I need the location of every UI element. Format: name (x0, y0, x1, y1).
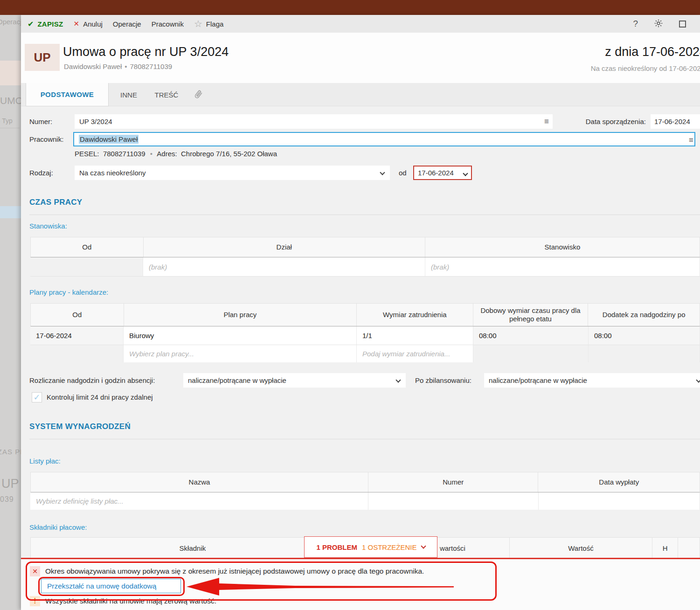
od-date-value: 17-06-2024 (418, 169, 454, 177)
dialog-toolbar: ✔ ZAPISZ ✕ Anuluj Operacje Pracownik ☆ F… (21, 15, 700, 33)
placeholder-brak: (brak) (149, 263, 167, 271)
help-button[interactable]: ? (633, 19, 638, 29)
bg-selected-row (0, 206, 21, 218)
col-header-wartosc: Wartość (510, 538, 653, 559)
listy-numer-cell[interactable] (368, 492, 539, 510)
tab-bar: PODSTAWOWE INNE TREŚĆ (21, 83, 700, 106)
po-zbilansowaniu-select[interactable]: naliczane/potrącane w wypłacie (484, 373, 700, 388)
checkmark-icon: ✓ (33, 393, 40, 402)
col-header-dzial: Dział (144, 237, 425, 257)
problems-separator-line (21, 558, 700, 559)
adres-label: Adres: (157, 150, 177, 158)
tab-inne[interactable]: INNE (114, 83, 143, 106)
data-sporzadzenia-value: 17-06-2024 (654, 118, 690, 125)
plany-table-row: 17-06-2024 Biurowy 1/1 08:00 08:00 (30, 326, 700, 345)
cancel-button[interactable]: ✕ Anuluj (74, 20, 103, 28)
stanowiska-od-cell[interactable] (30, 257, 143, 276)
operations-label: Operacje (113, 20, 141, 28)
numer-menu-icon[interactable]: ≡ (544, 114, 549, 129)
save-label: ZAPISZ (37, 20, 63, 28)
flag-button[interactable]: ☆ Flaga (194, 20, 223, 28)
annotation-rectangle-link (38, 577, 185, 596)
plany-dodatek-cell: 08:00 (589, 326, 700, 345)
problem-badge: 1 PROBLEM (316, 543, 357, 551)
col-header-wymiar: Wymiar zatrudnienia (357, 304, 473, 326)
save-button[interactable]: ✔ ZAPISZ (28, 20, 63, 28)
data-sporzadzenia-label: Data sporządzenia: (557, 114, 646, 129)
numer-input[interactable]: UP 3/2024 ≡ (75, 114, 553, 129)
po-zbilansowaniu-value: naliczane/potrącane w wypłacie (489, 376, 587, 384)
plany-placeholder-row: Wybierz plan pracy... Podaj wymiar zatru… (30, 345, 700, 362)
plany-pracy-label: Plany pracy - kalendarze: (29, 288, 108, 296)
col-header-stanowisko: Stanowisko (425, 237, 700, 257)
rozliczanie-select[interactable]: naliczane/potrącane w wypłacie (183, 373, 406, 388)
contract-dialog: ✔ ZAPISZ ✕ Anuluj Operacje Pracownik ☆ F… (21, 15, 700, 610)
pesel-separator: • (150, 150, 152, 158)
chevron-down-icon (696, 377, 700, 382)
plany-od-new-cell[interactable] (30, 345, 124, 362)
tab-podstawowe[interactable]: PODSTAWOWE (26, 83, 109, 106)
background-window: Operacje UMOWY ) Typ CZAS PRACY UP 039 (0, 15, 21, 610)
col-header-numer: Numer (368, 472, 539, 492)
col-header-plan-pracy: Plan pracy (124, 304, 357, 326)
numer-value: UP 3/2024 (79, 118, 112, 125)
plany-dodatek-new-cell (589, 345, 700, 362)
contract-date-title: z dnia 17-06-2024 (605, 45, 700, 59)
listy-data-cell[interactable] (539, 492, 700, 510)
settings-gear-icon[interactable] (654, 19, 663, 29)
plany-wymiar-cell[interactable]: 1/1 (357, 326, 473, 345)
pesel-line: PESEL: 78082711039 • Adres: Chrobrego 7/… (75, 149, 277, 159)
page-subtitle: Dawidowski Paweł•78082711039 (64, 62, 172, 70)
rodzaj-value: Na czas nieokreślony (79, 169, 146, 177)
employee-pesel: 78082711039 (130, 62, 172, 70)
bg-czas-pracy-fragment: CZAS PRACY (0, 448, 21, 456)
star-icon: ☆ (194, 21, 202, 27)
plany-dobowy-new-cell (473, 345, 589, 362)
col-header-od: Od (31, 304, 124, 326)
rodzaj-label: Rodzaj: (29, 166, 53, 180)
employee-menu[interactable]: Pracownik (152, 20, 184, 28)
employee-name: Dawidowski Paweł (64, 62, 122, 70)
section-divider (29, 439, 700, 439)
bg-toolbar-fragment: Operacje (0, 18, 21, 26)
bg-up-fragment: UP (1, 477, 19, 491)
od-date-select[interactable]: 17-06-2024 (413, 166, 472, 180)
plany-dobowy-cell: 08:00 (473, 326, 589, 345)
attachment-paperclip-icon[interactable] (194, 89, 205, 102)
czas-pracy-heading: CZAS PRACY (29, 198, 83, 207)
pesel-label: PESEL: (75, 150, 99, 158)
placeholder-brak: (brak) (431, 263, 449, 271)
stanowiska-stanowisko-cell[interactable]: (brak) (425, 257, 700, 276)
col-header-dodatek: Dodatek za nadgodziny po (588, 304, 700, 326)
plany-od-cell[interactable]: 17-06-2024 (30, 326, 124, 345)
contract-date-subtitle: Na czas nieokreślony od 17-06-2024 (591, 64, 700, 72)
bg-list-title-fragment: UMOWY (0, 95, 21, 106)
plany-plan-new-cell[interactable]: Wybierz plan pracy... (124, 345, 357, 362)
maximize-icon[interactable] (679, 21, 686, 28)
tab-tresc[interactable]: TREŚĆ (149, 83, 184, 106)
chevron-down-icon (421, 543, 426, 548)
bg-typ-fragment: ) Typ (0, 117, 13, 125)
bg-badge-fragment (0, 61, 21, 85)
stanowiska-table-header: Od Dział Stanowisko (30, 237, 700, 257)
chevron-down-icon (395, 377, 401, 382)
numer-label: Numer: (29, 114, 52, 129)
dialog-header: UP Umowa o pracę nr UP 3/2024 Dawidowski… (21, 33, 700, 83)
pracownik-input[interactable]: Dawidowski Paweł ≡ (73, 132, 695, 146)
pracownik-menu-icon[interactable]: ≡ (689, 133, 693, 147)
listy-plac-label: Listy płac: (29, 457, 61, 465)
stanowiska-dzial-cell[interactable]: (brak) (143, 257, 425, 276)
problems-dropdown[interactable]: 1 PROBLEM 1 OSTRZEŻENIE (304, 536, 437, 558)
rozliczanie-value: naliczane/potrącane w wypłacie (188, 376, 286, 384)
data-sporzadzenia-input[interactable]: 17-06-2024 (651, 114, 700, 129)
od-label: od (399, 166, 407, 180)
stanowiska-table-row: (brak) (brak) (30, 257, 700, 277)
system-wynagrodzen-heading: SYSTEM WYNAGRODZEŃ (29, 422, 131, 431)
rodzaj-select[interactable]: Na czas nieokreślony (75, 166, 390, 180)
limit-checkbox-label: Kontroluj limit 24 dni pracy zdalnej (47, 392, 153, 402)
plany-plan-cell[interactable]: Biurowy (124, 326, 357, 345)
operations-menu[interactable]: Operacje (113, 20, 141, 28)
listy-nazwa-cell[interactable]: Wybierz definicję listy płac... (30, 492, 368, 510)
limit-checkbox[interactable]: ✓ (32, 392, 42, 402)
plany-wymiar-new-cell[interactable]: Podaj wymiar zatrudnienia... (357, 345, 473, 362)
